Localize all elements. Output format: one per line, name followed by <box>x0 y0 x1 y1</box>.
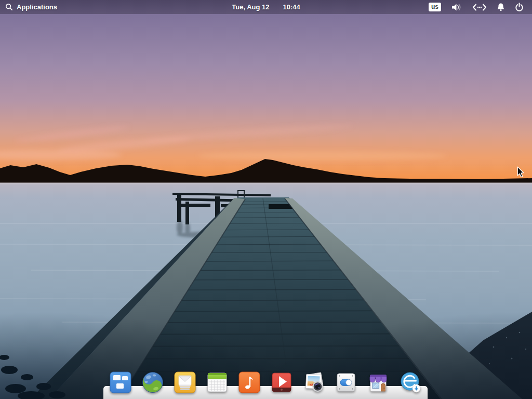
power-icon[interactable] <box>515 3 524 11</box>
mail-icon[interactable] <box>174 371 196 393</box>
desktop-wallpaper <box>0 0 532 399</box>
datetime-indicator[interactable]: Tue, Aug 12 10:44 <box>232 0 300 14</box>
system-settings-icon[interactable] <box>335 371 357 393</box>
volume-icon[interactable] <box>451 3 462 12</box>
music-icon[interactable] <box>238 371 260 393</box>
network-icon[interactable] <box>472 4 487 11</box>
desktop: Applications Tue, Aug 12 10:44 us <box>0 0 532 399</box>
panel-date: Tue, Aug 12 <box>232 3 269 11</box>
web-browser-icon[interactable] <box>142 371 164 393</box>
software-updates-icon[interactable] <box>400 371 421 393</box>
applications-label: Applications <box>17 3 57 11</box>
mouse-cursor <box>516 166 525 178</box>
keyboard-layout-indicator[interactable]: us <box>429 3 441 11</box>
multitasking-view-icon[interactable] <box>110 371 131 393</box>
notifications-bell-icon[interactable] <box>497 3 505 11</box>
photos-icon[interactable] <box>303 371 325 393</box>
dock-icons <box>103 371 428 393</box>
applications-menu[interactable]: Applications <box>0 3 57 11</box>
panel-indicators: us <box>429 3 532 12</box>
panel-time: 10:44 <box>283 3 300 11</box>
calendar-icon[interactable] <box>206 371 228 393</box>
top-panel: Applications Tue, Aug 12 10:44 us <box>0 0 532 14</box>
search-icon <box>5 3 13 11</box>
videos-icon[interactable] <box>271 371 292 393</box>
appcenter-icon[interactable] <box>367 371 389 393</box>
